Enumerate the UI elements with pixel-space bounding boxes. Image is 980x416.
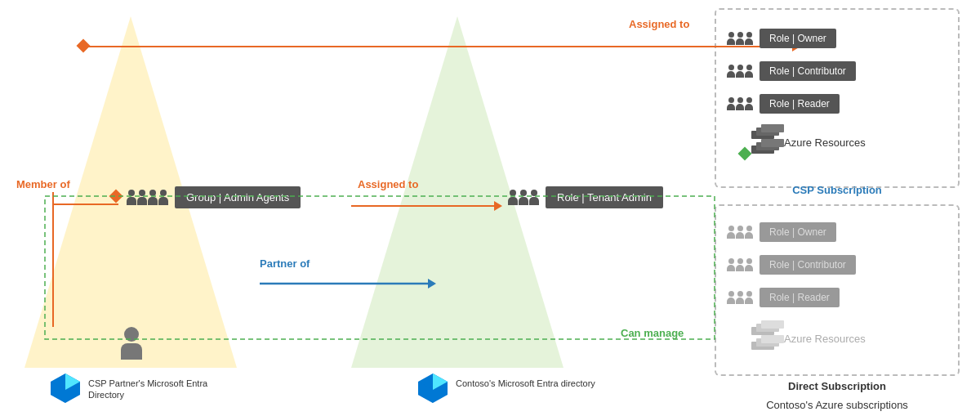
people-icon-contributor — [727, 65, 753, 78]
people-icon-owner-direct — [727, 226, 753, 239]
svg-rect-8 — [45, 196, 715, 339]
csp-role-owner-row: Role | Owner — [727, 29, 836, 48]
diamond-assigned-top — [78, 41, 88, 51]
people-icon-owner — [727, 32, 753, 45]
assigned-to-label-top: Assigned to — [629, 18, 689, 30]
csp-role-contributor-row: Role | Contributor — [727, 61, 856, 81]
contoso-directory-label: Contoso's Microsoft Entra directory — [456, 378, 595, 389]
diagram: Assigned to Role | Owner Role | Contribu… — [0, 0, 980, 416]
entra-logo-right — [416, 372, 449, 405]
csp-role-reader-label: Role | Reader — [760, 94, 840, 114]
direct-role-owner-row: Role | Owner — [727, 222, 836, 242]
direct-role-contributor-row: Role | Contributor — [727, 255, 856, 275]
direct-role-reader-label: Role | Reader — [760, 288, 840, 307]
diamond-azure-csp — [740, 149, 750, 159]
direct-role-contributor-label: Role | Contributor — [760, 255, 856, 275]
contoso-subscriptions-label: Contoso's Azure subscriptions — [715, 399, 960, 411]
server-icon-csp — [751, 131, 774, 154]
people-icon-reader — [727, 97, 753, 110]
csp-role-owner-label: Role | Owner — [760, 29, 836, 48]
csp-subscription-label: CSP Subscription — [715, 184, 960, 196]
csp-role-reader-row: Role | Reader — [727, 94, 840, 114]
server-icon-direct — [751, 327, 774, 350]
assigned-to-arrow-top — [82, 34, 800, 59]
csp-azure-resources: Azure Resources — [751, 131, 866, 154]
direct-role-reader-row: Role | Reader — [727, 288, 840, 307]
people-icon-reader-direct — [727, 291, 753, 304]
member-of-label: Member of — [16, 178, 70, 190]
assigned-to-label-middle: Assigned to — [358, 178, 418, 190]
direct-subscription-label: Direct Subscription — [715, 380, 960, 392]
can-manage-border — [45, 196, 715, 339]
direct-azure-resources: Azure Resources — [751, 327, 866, 350]
people-icon-contributor-direct — [727, 258, 753, 271]
entra-logo-left — [49, 372, 82, 405]
direct-role-owner-label: Role | Owner — [760, 222, 836, 242]
csp-partner-directory-label: CSP Partner's Microsoft Entra Directory — [88, 378, 235, 401]
csp-role-contributor-label: Role | Contributor — [760, 61, 856, 81]
